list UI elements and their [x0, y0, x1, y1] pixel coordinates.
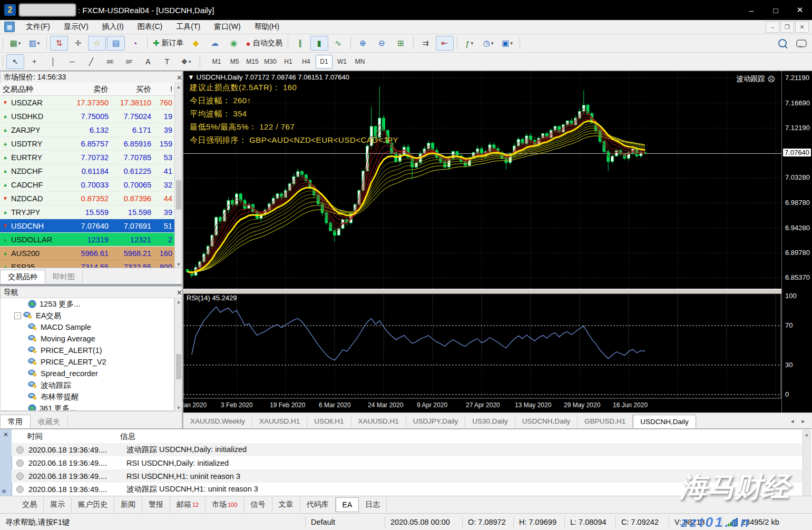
terminal-tab-代码库[interactable]: 代码库 — [300, 497, 336, 512]
market-watch-row-usdtry[interactable]: ▲USDTRY6.857576.85916159 — [0, 137, 174, 151]
auto-scroll-button[interactable]: ⇉ — [417, 36, 435, 51]
tab-favorites[interactable]: 收藏夹 — [31, 415, 68, 429]
navigator-item-1[interactable]: -EA交易 — [1, 310, 174, 321]
terminal-tab-邮箱[interactable]: 邮箱12 — [170, 497, 206, 512]
terminal-toggle-button[interactable]: ▤ — [107, 36, 125, 51]
sad-face-icon[interactable]: ☹ — [767, 75, 775, 83]
terminal-tab-信号[interactable]: 信号 — [244, 497, 272, 512]
data-window-button[interactable]: ✛ — [69, 36, 87, 51]
autotrading-button[interactable]: ●自动交易 — [244, 36, 285, 51]
maximize-button[interactable]: □ — [764, 0, 788, 20]
chart-window[interactable]: ▼ USDCNH,Daily 7.07172 7.08746 7.06151 7… — [183, 71, 812, 428]
indicators-list-button[interactable]: ƒ▾ — [461, 36, 478, 51]
chat-icon[interactable] — [796, 40, 807, 47]
cursor-tool-button[interactable]: ↖ — [6, 54, 24, 69]
terminal-tab-文章[interactable]: 文章 — [272, 497, 300, 512]
arrows-tool-button[interactable]: ❖▾ — [177, 54, 195, 69]
timeframe-mn[interactable]: MN — [351, 55, 368, 68]
child-close-button[interactable]: ✕ — [795, 21, 809, 33]
chart-tab-6[interactable]: USDCNH,Daily — [515, 415, 578, 428]
pane-splitter[interactable] — [183, 289, 781, 294]
menu-item-4[interactable]: 工具(T) — [169, 20, 207, 34]
chart-tab-8[interactable]: USDCNH,Daily — [633, 415, 696, 428]
timeframe-m15[interactable]: M15 — [244, 55, 261, 68]
equidistant-channel-tool-button[interactable]: ≡E — [101, 54, 119, 69]
scroll-down-icon[interactable]: ▼ — [175, 261, 182, 268]
child-restore-button[interactable]: ❐ — [780, 21, 794, 33]
menu-item-1[interactable]: 显示(V) — [57, 20, 95, 34]
terminal-tab-警报[interactable]: 警报 — [142, 497, 170, 512]
tab-scroll-arrows[interactable]: ◂ ▸ — [791, 418, 808, 425]
scroll-up-icon[interactable]: ▲ — [175, 83, 182, 91]
log-row-2[interactable]: 2020.06.18 19:36:49....RSI USDCNH,H1: un… — [12, 469, 802, 483]
market-watch-row-usdhkd[interactable]: ▲USDHKD7.750057.7502419 — [0, 110, 174, 123]
market-watch-row-eurtry[interactable]: ▲EURTRY7.707327.7078553 — [0, 151, 174, 164]
periods-button[interactable]: ◷▾ — [480, 36, 497, 51]
vertical-line-tool-button[interactable]: │ — [44, 54, 62, 69]
metaeditor-button[interactable]: ◆ — [187, 36, 205, 51]
line-chart-mode-button[interactable]: ∿ — [329, 36, 347, 51]
tree-collapse-icon[interactable]: - — [14, 312, 21, 319]
chart-tab-1[interactable]: XAUUSD,H1 — [252, 415, 307, 428]
terminal-expand-icon[interactable]: ≋ — [2, 488, 6, 495]
market-watch-row-usdollar[interactable]: ▲USDOLLAR12319123212 — [0, 233, 174, 247]
terminal-tab-ea[interactable]: EA — [336, 497, 359, 512]
terminal-tab-市场[interactable]: 市场100 — [206, 497, 244, 512]
chart-tab-3[interactable]: XAUUSD,H1 — [351, 415, 406, 428]
timeframe-w1[interactable]: W1 — [334, 55, 350, 68]
menu-item-2[interactable]: 插入(I) — [95, 20, 131, 34]
chart-tab-0[interactable]: XAUUSD,Weekly — [183, 415, 252, 428]
child-minimize-button[interactable]: – — [766, 21, 779, 33]
minimize-button[interactable]: – — [739, 0, 764, 20]
log-row-1[interactable]: 2020.06.18 19:36:49....RSI USDCNH,Daily:… — [12, 456, 802, 469]
collapse-icon[interactable]: ▼ — [188, 73, 194, 81]
market-watch-row-zarjpy[interactable]: ▲ZARJPY6.1326.17139 — [0, 123, 174, 137]
navigator-item-8[interactable]: 布林带提醒 — [1, 391, 174, 403]
market-watch-toggle-button[interactable]: ⇅ — [50, 36, 68, 51]
fibonacci-retracement-tool-button[interactable]: ≡F — [120, 54, 138, 69]
terminal-tab-展示[interactable]: 展示 — [44, 497, 72, 512]
chart-tab-5[interactable]: US30,Daily — [465, 415, 515, 428]
log-row-3[interactable]: 2020.06.18 19:36:49....波动跟踪 USDCNH,H1: u… — [12, 483, 802, 496]
timeframe-m30[interactable]: M30 — [262, 55, 279, 68]
timeframe-h4[interactable]: H4 — [298, 55, 315, 68]
trendline-tool-button[interactable]: ╱ — [82, 54, 100, 69]
zoom-in-button[interactable]: ⊕ — [354, 36, 372, 51]
bar-chart-mode-button[interactable]: ∥ — [291, 36, 309, 51]
mql5-community-button[interactable]: ☁ — [206, 36, 224, 51]
navigator-item-7[interactable]: 波动跟踪 — [1, 379, 174, 391]
menu-item-3[interactable]: 图表(C) — [131, 20, 169, 34]
tab-tick-chart[interactable]: 即时图 — [45, 270, 83, 284]
market-watch-row-usdcnh[interactable]: ▼USDCNH7.076407.0769151 — [0, 219, 174, 233]
tab-symbols[interactable]: 交易品种 — [0, 270, 45, 284]
navigator-item-6[interactable]: Spread_recorder — [1, 368, 174, 379]
menu-item-5[interactable]: 窗口(W) — [207, 20, 248, 34]
timeframe-d1[interactable]: D1 — [316, 55, 332, 68]
navigator-item-2[interactable]: MACD Sample — [1, 321, 174, 333]
chart-shift-button[interactable]: ⇤ — [436, 36, 454, 51]
candlesticks-mode-button[interactable]: ▮ — [310, 36, 328, 51]
zoom-out-button[interactable]: ⊖ — [373, 36, 391, 51]
terminal-close-icon[interactable]: ✕ — [0, 429, 12, 438]
navigator-item-5[interactable]: PRICE_ALERT_V2 — [1, 356, 174, 368]
text-tool-button[interactable]: A — [139, 54, 157, 69]
terminal-tab-日志[interactable]: 日志 — [359, 497, 387, 512]
market-watch-row-tryjpy[interactable]: ▲TRYJPY15.55915.59839 — [0, 205, 174, 219]
strategy-tester-button[interactable]: ◔ — [126, 36, 144, 51]
menu-item-0[interactable]: 文件(F) — [19, 20, 57, 34]
chart-tab-2[interactable]: USOil,H1 — [307, 415, 351, 428]
search-icon[interactable] — [778, 39, 787, 47]
chart-tab-7[interactable]: GBPUSD,H1 — [578, 415, 633, 428]
chart-tab-4[interactable]: USDJPY,Daily — [406, 415, 465, 428]
scroll-up-icon[interactable]: ▲ — [175, 298, 182, 306]
terminal-tab-新闻[interactable]: 新闻 — [114, 497, 142, 512]
market-watch-row-usdzar[interactable]: ▼USDZAR17.3735017.38110760 — [0, 96, 174, 110]
templates-button[interactable]: ▣▾ — [498, 36, 516, 51]
navigator-item-9[interactable]: 361 更多... — [1, 403, 174, 411]
log-row-0[interactable]: 2020.06.18 19:36:49....波动跟踪 USDCNH,Daily… — [12, 443, 802, 456]
terminal-scrollbar[interactable]: ▲ — [803, 430, 811, 497]
navigator-item-4[interactable]: PRICE_ALERT(1) — [1, 345, 174, 356]
market-watch-row-cadchf[interactable]: ▲CADCHF0.700330.7006532 — [0, 178, 174, 192]
signals-button[interactable]: ◉ — [225, 36, 243, 51]
crosshair-tool-button[interactable]: ＋ — [25, 54, 43, 69]
